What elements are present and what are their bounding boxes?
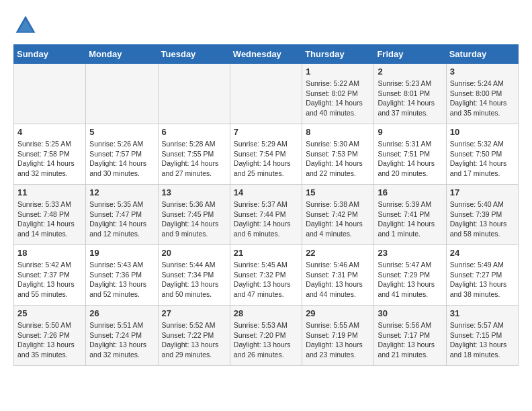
day-number: 17 bbox=[450, 187, 515, 197]
day-number: 11 bbox=[17, 187, 82, 197]
calendar-cell bbox=[14, 64, 86, 124]
calendar-cell: 20Sunrise: 5:44 AM Sunset: 7:34 PM Dayli… bbox=[158, 245, 230, 306]
day-number: 12 bbox=[89, 187, 154, 197]
cell-content: Sunrise: 5:44 AM Sunset: 7:34 PM Dayligh… bbox=[162, 260, 226, 300]
calendar-cell: 30Sunrise: 5:56 AM Sunset: 7:17 PM Dayli… bbox=[374, 306, 446, 366]
day-number: 23 bbox=[378, 248, 442, 258]
day-number: 6 bbox=[162, 127, 226, 137]
calendar-cell: 10Sunrise: 5:32 AM Sunset: 7:50 PM Dayli… bbox=[446, 124, 518, 185]
cell-content: Sunrise: 5:22 AM Sunset: 8:02 PM Dayligh… bbox=[306, 79, 370, 118]
calendar-cell: 7Sunrise: 5:29 AM Sunset: 7:54 PM Daylig… bbox=[230, 124, 302, 185]
cell-content: Sunrise: 5:43 AM Sunset: 7:36 PM Dayligh… bbox=[89, 260, 154, 300]
calendar-cell bbox=[230, 64, 302, 124]
day-number: 1 bbox=[306, 66, 370, 77]
day-number: 31 bbox=[450, 308, 515, 318]
calendar-cell: 24Sunrise: 5:49 AM Sunset: 7:27 PM Dayli… bbox=[446, 245, 518, 306]
calendar-cell: 3Sunrise: 5:24 AM Sunset: 8:00 PM Daylig… bbox=[446, 64, 518, 124]
day-number: 2 bbox=[378, 66, 442, 77]
cell-content: Sunrise: 5:32 AM Sunset: 7:50 PM Dayligh… bbox=[450, 139, 515, 179]
cell-content: Sunrise: 5:23 AM Sunset: 8:01 PM Dayligh… bbox=[378, 79, 442, 118]
calendar-week-row: 1Sunrise: 5:22 AM Sunset: 8:02 PM Daylig… bbox=[14, 64, 519, 124]
cell-content: Sunrise: 5:46 AM Sunset: 7:31 PM Dayligh… bbox=[306, 260, 370, 300]
day-number: 20 bbox=[162, 248, 226, 258]
calendar-cell: 16Sunrise: 5:39 AM Sunset: 7:41 PM Dayli… bbox=[374, 185, 446, 245]
calendar-cell: 17Sunrise: 5:40 AM Sunset: 7:39 PM Dayli… bbox=[446, 185, 518, 245]
cell-content: Sunrise: 5:26 AM Sunset: 7:57 PM Dayligh… bbox=[89, 139, 154, 179]
calendar-cell: 31Sunrise: 5:57 AM Sunset: 7:15 PM Dayli… bbox=[446, 306, 518, 366]
cell-content: Sunrise: 5:49 AM Sunset: 7:27 PM Dayligh… bbox=[450, 260, 515, 300]
calendar-week-row: 4Sunrise: 5:25 AM Sunset: 7:58 PM Daylig… bbox=[14, 124, 519, 185]
cell-content: Sunrise: 5:31 AM Sunset: 7:51 PM Dayligh… bbox=[378, 139, 442, 179]
day-header-friday: Friday bbox=[374, 45, 446, 64]
day-header-monday: Monday bbox=[86, 45, 158, 64]
day-number: 24 bbox=[450, 248, 515, 258]
calendar-cell: 1Sunrise: 5:22 AM Sunset: 8:02 PM Daylig… bbox=[302, 64, 374, 124]
calendar-cell: 15Sunrise: 5:38 AM Sunset: 7:42 PM Dayli… bbox=[302, 185, 374, 245]
cell-content: Sunrise: 5:52 AM Sunset: 7:22 PM Dayligh… bbox=[162, 320, 226, 360]
cell-content: Sunrise: 5:29 AM Sunset: 7:54 PM Dayligh… bbox=[234, 139, 298, 179]
day-number: 28 bbox=[234, 308, 298, 318]
calendar-cell: 6Sunrise: 5:28 AM Sunset: 7:55 PM Daylig… bbox=[158, 124, 230, 185]
calendar-cell: 5Sunrise: 5:26 AM Sunset: 7:57 PM Daylig… bbox=[86, 124, 158, 185]
day-number: 3 bbox=[450, 66, 515, 77]
day-number: 27 bbox=[162, 308, 226, 318]
day-number: 8 bbox=[306, 127, 370, 137]
calendar-cell: 29Sunrise: 5:55 AM Sunset: 7:19 PM Dayli… bbox=[302, 306, 374, 366]
day-number: 15 bbox=[306, 187, 370, 197]
calendar-week-row: 11Sunrise: 5:33 AM Sunset: 7:48 PM Dayli… bbox=[14, 185, 519, 245]
cell-content: Sunrise: 5:50 AM Sunset: 7:26 PM Dayligh… bbox=[17, 320, 82, 360]
day-header-sunday: Sunday bbox=[14, 45, 86, 64]
calendar-cell: 25Sunrise: 5:50 AM Sunset: 7:26 PM Dayli… bbox=[14, 306, 86, 366]
calendar-cell: 27Sunrise: 5:52 AM Sunset: 7:22 PM Dayli… bbox=[158, 306, 230, 366]
logo-icon bbox=[13, 13, 38, 38]
calendar-week-row: 25Sunrise: 5:50 AM Sunset: 7:26 PM Dayli… bbox=[14, 306, 519, 366]
cell-content: Sunrise: 5:24 AM Sunset: 8:00 PM Dayligh… bbox=[450, 79, 515, 118]
day-number: 19 bbox=[89, 248, 154, 258]
cell-content: Sunrise: 5:40 AM Sunset: 7:39 PM Dayligh… bbox=[450, 199, 515, 239]
cell-content: Sunrise: 5:28 AM Sunset: 7:55 PM Dayligh… bbox=[162, 139, 226, 179]
cell-content: Sunrise: 5:47 AM Sunset: 7:29 PM Dayligh… bbox=[378, 260, 442, 300]
day-number: 18 bbox=[17, 248, 82, 258]
cell-content: Sunrise: 5:30 AM Sunset: 7:53 PM Dayligh… bbox=[306, 139, 370, 179]
day-number: 4 bbox=[17, 127, 82, 137]
calendar-cell: 2Sunrise: 5:23 AM Sunset: 8:01 PM Daylig… bbox=[374, 64, 446, 124]
calendar-cell: 23Sunrise: 5:47 AM Sunset: 7:29 PM Dayli… bbox=[374, 245, 446, 306]
calendar-cell: 18Sunrise: 5:42 AM Sunset: 7:37 PM Dayli… bbox=[14, 245, 86, 306]
calendar-week-row: 18Sunrise: 5:42 AM Sunset: 7:37 PM Dayli… bbox=[14, 245, 519, 306]
cell-content: Sunrise: 5:42 AM Sunset: 7:37 PM Dayligh… bbox=[17, 260, 82, 300]
cell-content: Sunrise: 5:38 AM Sunset: 7:42 PM Dayligh… bbox=[306, 199, 370, 239]
day-header-tuesday: Tuesday bbox=[158, 45, 230, 64]
calendar-cell: 22Sunrise: 5:46 AM Sunset: 7:31 PM Dayli… bbox=[302, 245, 374, 306]
day-header-wednesday: Wednesday bbox=[230, 45, 302, 64]
calendar-cell: 4Sunrise: 5:25 AM Sunset: 7:58 PM Daylig… bbox=[14, 124, 86, 185]
calendar-cell: 12Sunrise: 5:35 AM Sunset: 7:47 PM Dayli… bbox=[86, 185, 158, 245]
day-number: 13 bbox=[162, 187, 226, 197]
cell-content: Sunrise: 5:55 AM Sunset: 7:19 PM Dayligh… bbox=[306, 320, 370, 360]
calendar-table: SundayMondayTuesdayWednesdayThursdayFrid… bbox=[13, 44, 519, 366]
calendar-cell: 28Sunrise: 5:53 AM Sunset: 7:20 PM Dayli… bbox=[230, 306, 302, 366]
cell-content: Sunrise: 5:57 AM Sunset: 7:15 PM Dayligh… bbox=[450, 320, 515, 360]
day-number: 5 bbox=[89, 127, 154, 137]
logo bbox=[13, 13, 40, 38]
day-header-thursday: Thursday bbox=[302, 45, 374, 64]
cell-content: Sunrise: 5:35 AM Sunset: 7:47 PM Dayligh… bbox=[89, 199, 154, 239]
calendar-cell: 26Sunrise: 5:51 AM Sunset: 7:24 PM Dayli… bbox=[86, 306, 158, 366]
cell-content: Sunrise: 5:51 AM Sunset: 7:24 PM Dayligh… bbox=[89, 320, 154, 360]
day-number: 25 bbox=[17, 308, 82, 318]
day-number: 21 bbox=[234, 248, 298, 258]
cell-content: Sunrise: 5:37 AM Sunset: 7:44 PM Dayligh… bbox=[234, 199, 298, 239]
calendar-cell: 13Sunrise: 5:36 AM Sunset: 7:45 PM Dayli… bbox=[158, 185, 230, 245]
cell-content: Sunrise: 5:45 AM Sunset: 7:32 PM Dayligh… bbox=[234, 260, 298, 300]
day-number: 16 bbox=[378, 187, 442, 197]
day-header-saturday: Saturday bbox=[446, 45, 518, 64]
day-number: 9 bbox=[378, 127, 442, 137]
cell-content: Sunrise: 5:39 AM Sunset: 7:41 PM Dayligh… bbox=[378, 199, 442, 239]
cell-content: Sunrise: 5:36 AM Sunset: 7:45 PM Dayligh… bbox=[162, 199, 226, 239]
calendar-cell: 11Sunrise: 5:33 AM Sunset: 7:48 PM Dayli… bbox=[14, 185, 86, 245]
day-number: 29 bbox=[306, 308, 370, 318]
cell-content: Sunrise: 5:56 AM Sunset: 7:17 PM Dayligh… bbox=[378, 320, 442, 360]
page-header bbox=[13, 13, 519, 38]
day-number: 14 bbox=[234, 187, 298, 197]
day-number: 26 bbox=[89, 308, 154, 318]
calendar-cell: 21Sunrise: 5:45 AM Sunset: 7:32 PM Dayli… bbox=[230, 245, 302, 306]
